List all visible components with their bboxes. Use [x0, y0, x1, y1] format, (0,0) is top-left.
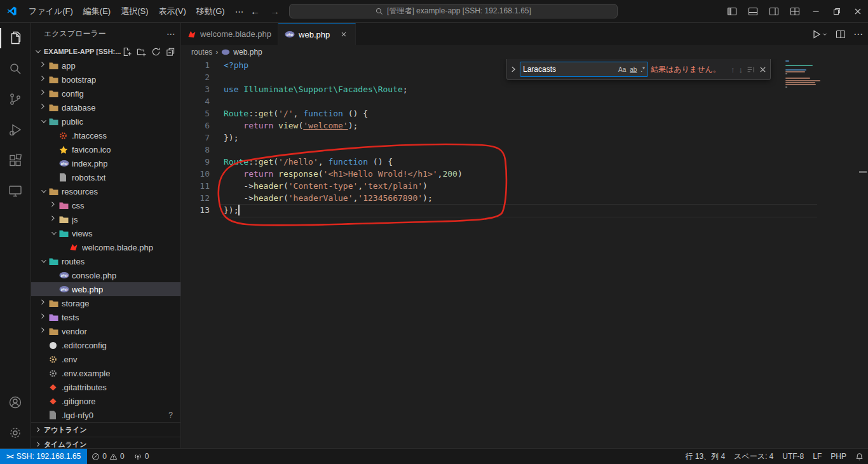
- match-case-icon[interactable]: Aa: [618, 66, 626, 73]
- tree-item-vendor[interactable]: vendor: [31, 324, 180, 338]
- tree-item-.htaccess[interactable]: .htaccess: [31, 128, 180, 142]
- chevron-expanded-icon[interactable]: [49, 229, 59, 238]
- tree-item-tests[interactable]: tests: [31, 310, 180, 324]
- regex-icon[interactable]: .*: [641, 66, 645, 73]
- chevron-expanded-icon[interactable]: [39, 117, 49, 126]
- remote-explorer-icon[interactable]: [0, 175, 31, 206]
- code-line-10[interactable]: 10 return response('<h1>Hello Wrold!</h1…: [181, 168, 868, 180]
- chevron-collapsed-icon[interactable]: [39, 89, 49, 98]
- language-indicator[interactable]: PHP: [826, 452, 851, 461]
- forward-arrow-icon[interactable]: →: [270, 6, 280, 17]
- find-input[interactable]: Laracasts Aa ab .*: [520, 62, 648, 77]
- toggle-panel-icon[interactable]: [742, 0, 763, 22]
- tree-item-.env[interactable]: .env: [31, 352, 180, 366]
- problems-indicator[interactable]: 0 0: [87, 449, 128, 464]
- find-next-icon[interactable]: ↓: [738, 64, 744, 75]
- timeline-section-header[interactable]: タイムライン: [31, 437, 180, 448]
- breadcrumb-folder[interactable]: routes: [191, 48, 212, 57]
- find-close-icon[interactable]: [758, 65, 768, 74]
- chevron-collapsed-icon[interactable]: [49, 201, 59, 210]
- tree-item-favicon.ico[interactable]: favicon.ico: [31, 142, 180, 156]
- customize-layout-icon[interactable]: [784, 0, 805, 22]
- find-previous-icon[interactable]: ↑: [730, 64, 736, 75]
- run-file-icon[interactable]: [811, 29, 828, 39]
- menu-selection[interactable]: 選択(S): [116, 3, 153, 20]
- find-query[interactable]: Laracasts: [523, 65, 614, 74]
- tree-item-.gitignore[interactable]: .gitignore: [31, 394, 180, 408]
- explorer-icon[interactable]: [0, 23, 31, 53]
- remote-indicator[interactable]: >< SSH: 192.168.1.65: [0, 449, 87, 464]
- chevron-collapsed-icon[interactable]: [39, 327, 49, 336]
- run-debug-icon[interactable]: [0, 114, 31, 145]
- tree-item-robots.txt[interactable]: robots.txt: [31, 170, 180, 184]
- code-line-8[interactable]: 8: [181, 144, 868, 156]
- menu-edit[interactable]: 編集(E): [78, 3, 116, 20]
- code-editor[interactable]: 1<?php23use Illuminate\Support\Facades\R…: [181, 59, 868, 448]
- eol-indicator[interactable]: LF: [808, 452, 826, 461]
- workspace-section-header[interactable]: EXAMPLE-APP [SSH:...: [31, 44, 180, 58]
- menu-more-icon[interactable]: ⋯: [230, 4, 249, 19]
- tab-web-php[interactable]: php web.php: [278, 23, 356, 45]
- tree-item-.editorconfig[interactable]: .editorconfig: [31, 338, 180, 352]
- tree-item-welcome.blade.php[interactable]: welcome.blade.php: [31, 240, 180, 254]
- ports-indicator[interactable]: 0: [129, 449, 154, 464]
- toggle-sidebar-icon[interactable]: [721, 0, 742, 22]
- tree-item-console.php[interactable]: phpconsole.php: [31, 268, 180, 282]
- menu-go[interactable]: 移動(G): [191, 3, 230, 20]
- chevron-collapsed-icon[interactable]: [39, 103, 49, 112]
- line-col-indicator[interactable]: 行 13、列 4: [681, 451, 729, 462]
- encoding-indicator[interactable]: UTF-8: [778, 452, 808, 461]
- accounts-icon[interactable]: [0, 387, 31, 418]
- back-arrow-icon[interactable]: ←: [250, 6, 260, 17]
- tree-item-js[interactable]: js: [31, 212, 180, 226]
- notifications-bell[interactable]: [851, 453, 868, 461]
- minimap[interactable]: [785, 60, 822, 88]
- tree-item-index.php[interactable]: phpindex.php: [31, 156, 180, 170]
- editor-more-actions-icon[interactable]: ⋯: [853, 29, 863, 40]
- tree-item-storage[interactable]: storage: [31, 296, 180, 310]
- tree-item-css[interactable]: css: [31, 198, 180, 212]
- new-folder-icon[interactable]: [137, 47, 146, 57]
- indent-indicator[interactable]: スペース: 4: [729, 451, 778, 462]
- whole-word-icon[interactable]: ab: [630, 66, 637, 73]
- tree-item-web.php[interactable]: phpweb.php: [31, 282, 180, 296]
- chevron-collapsed-icon[interactable]: [39, 61, 49, 70]
- new-file-icon[interactable]: [122, 47, 132, 57]
- restore-icon[interactable]: [826, 0, 847, 22]
- collapse-all-icon[interactable]: [166, 47, 175, 57]
- code-line-11[interactable]: 11 ->header('Content-type','text/plain'): [181, 180, 868, 192]
- toggle-secondary-sidebar-icon[interactable]: [763, 0, 784, 22]
- tree-item-config[interactable]: config: [31, 86, 180, 100]
- code-line-5[interactable]: 5Route::get('/', function () {: [181, 107, 868, 119]
- code-line-9[interactable]: 9Route::get('/hello', function () {: [181, 156, 868, 168]
- minimize-icon[interactable]: [805, 0, 826, 22]
- tree-item-routes[interactable]: routes: [31, 254, 180, 268]
- find-in-selection-icon[interactable]: [746, 65, 756, 74]
- split-editor-icon[interactable]: [836, 29, 846, 39]
- search-sidebar-icon[interactable]: [0, 53, 31, 84]
- chevron-expanded-icon[interactable]: [39, 187, 49, 196]
- refresh-icon[interactable]: [151, 47, 161, 57]
- find-expand-chevron-icon[interactable]: [510, 65, 517, 73]
- tree-item-resources[interactable]: resources: [31, 184, 180, 198]
- tree-item-database[interactable]: database: [31, 100, 180, 114]
- chevron-collapsed-icon[interactable]: [39, 299, 49, 308]
- menu-view[interactable]: 表示(V): [154, 3, 191, 20]
- extensions-icon[interactable]: [0, 145, 31, 175]
- source-control-icon[interactable]: [0, 84, 31, 114]
- code-line-3[interactable]: 3use Illuminate\Support\Facades\Route;: [181, 83, 868, 95]
- code-line-4[interactable]: 4: [181, 95, 868, 107]
- command-center[interactable]: [管理者] example-app [SSH: 192.168.1.65]: [289, 4, 618, 18]
- tree-item-bootstrap[interactable]: bootstrap: [31, 72, 180, 86]
- tab-welcome-blade[interactable]: welcome.blade.php: [181, 23, 278, 45]
- tree-item-.gitattributes[interactable]: .gitattributes: [31, 380, 180, 394]
- close-icon[interactable]: [847, 0, 868, 22]
- tree-item-app[interactable]: app: [31, 58, 180, 72]
- chevron-collapsed-icon[interactable]: [39, 313, 49, 322]
- outline-section-header[interactable]: アウトライン: [31, 422, 180, 437]
- tree-item-.lgd-nfy0[interactable]: .lgd-nfy0?: [31, 408, 180, 422]
- chevron-collapsed-icon[interactable]: [49, 215, 59, 224]
- tree-item-views[interactable]: views: [31, 226, 180, 240]
- breadcrumb-file[interactable]: web.php: [221, 48, 262, 57]
- settings-gear-icon[interactable]: [0, 418, 31, 448]
